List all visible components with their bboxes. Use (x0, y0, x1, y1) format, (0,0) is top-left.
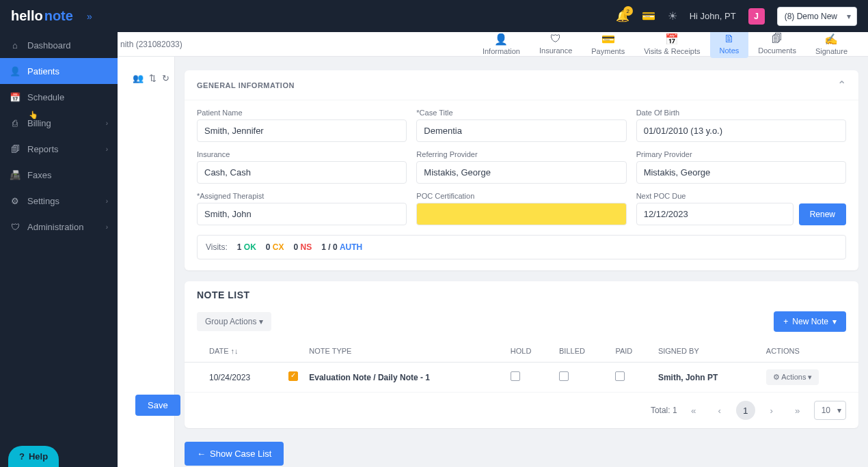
chevron-up-icon[interactable]: ⌃ (837, 79, 846, 91)
avatar[interactable]: J (748, 8, 765, 25)
home-icon: ⌂ (10, 40, 21, 51)
tab-visits[interactable]: 📅Visits & Receipts (634, 30, 709, 58)
tab-label: Information (483, 47, 520, 55)
breadcrumb: nith (231082033) (120, 40, 182, 49)
dob-field[interactable] (636, 119, 846, 142)
label-dob: Date Of Birth (636, 109, 846, 117)
paid-checkbox[interactable] (615, 371, 625, 381)
case-title-field[interactable] (416, 119, 626, 142)
sidebar-item-settings[interactable]: ⚙Settings› (0, 188, 118, 214)
refresh-icon[interactable]: ↻ (162, 73, 169, 83)
show-case-list-button[interactable]: ←Show Case List (185, 442, 284, 466)
group-actions-button[interactable]: Group Actions ▾ (197, 312, 271, 331)
greeting-text: Hi John, PT (690, 11, 736, 21)
user-icon: 👤 (10, 66, 21, 76)
patient-tabs: 👤Information 🛡Insurance 💳Payments 📅Visit… (473, 30, 857, 58)
main-area: GENERAL INFORMATION ⌃ Patient Name *Case… (118, 57, 868, 467)
sidebar-item-schedule[interactable]: 📅Schedule (0, 84, 118, 110)
sidebar-label: Patients (27, 66, 59, 76)
page-first-button[interactable]: « (684, 401, 703, 420)
signature-icon: ✍ (824, 33, 838, 46)
pagination: Total: 1 « ‹ 1 › » 10 (185, 393, 858, 428)
card-icon[interactable]: 💳 (642, 10, 655, 23)
col-billed[interactable]: BILLED (554, 340, 610, 363)
col-hold[interactable]: HOLD (505, 340, 554, 363)
general-information-card: GENERAL INFORMATION ⌃ Patient Name *Case… (185, 70, 858, 270)
visits-label: Visits: (206, 242, 228, 252)
label-case-title: *Case Title (416, 109, 626, 117)
page-next-button[interactable]: › (762, 401, 781, 420)
page-last-button[interactable]: » (788, 401, 807, 420)
tab-information[interactable]: 👤Information (473, 30, 530, 58)
cursor-icon: 👆 (29, 111, 38, 119)
sidebar-label: Reports (27, 144, 59, 154)
col-signed[interactable]: SIGNED BY (653, 340, 761, 363)
sidebar-label: Faxes (27, 170, 51, 180)
col-paid[interactable]: PAID (610, 340, 652, 363)
referring-provider-field[interactable] (416, 161, 626, 184)
visits-ok-count: 1 (237, 242, 242, 252)
col-date[interactable]: DATE ↑↓ (204, 340, 283, 363)
row-indicator-checkbox[interactable] (288, 371, 298, 381)
help-icon: ? (19, 451, 25, 462)
save-button[interactable]: Save (135, 395, 180, 416)
sidebar-item-dashboard[interactable]: ⌂Dashboard (0, 32, 118, 58)
theme-toggle-icon[interactable]: ☀ (668, 10, 677, 23)
plus-icon: + (783, 317, 788, 326)
tab-documents[interactable]: 🗐Documents (748, 30, 806, 58)
btn-label: Actions (781, 373, 806, 381)
renew-button[interactable]: Renew (799, 203, 846, 225)
add-user-icon[interactable]: 👥 (133, 73, 144, 83)
sidebar-item-faxes[interactable]: 📠Faxes (0, 162, 118, 188)
new-note-button[interactable]: +New Note ▾ (774, 311, 846, 332)
poc-certification-field[interactable] (416, 203, 626, 225)
tab-payments[interactable]: 💳Payments (582, 30, 634, 58)
expand-sidebar-icon[interactable]: » (87, 11, 92, 22)
col-actions[interactable]: ACTIONS (761, 340, 858, 363)
location-select[interactable]: (8) Demo New (777, 7, 857, 26)
help-button[interactable]: ?Help (8, 446, 59, 467)
insurance-field[interactable] (197, 161, 407, 184)
sidebar-label: Administration (27, 222, 83, 232)
tab-label: Insurance (539, 46, 572, 55)
bell-icon[interactable]: 🔔2 (616, 10, 629, 23)
card-title: GENERAL INFORMATION (197, 81, 295, 89)
sort-icon[interactable]: ⇅ (149, 73, 157, 83)
billed-checkbox[interactable] (559, 371, 569, 381)
col-type[interactable]: NOTE TYPE (303, 340, 505, 363)
row-actions-button[interactable]: ⚙ Actions ▾ (766, 369, 819, 385)
fax-icon: 📠 (10, 169, 21, 180)
page-number-button[interactable]: 1 (736, 401, 755, 420)
hold-checkbox[interactable] (511, 371, 520, 381)
page-prev-button[interactable]: ‹ (710, 401, 729, 420)
sidebar-item-administration[interactable]: 🛡Administration› (0, 214, 118, 240)
next-poc-due-field[interactable] (636, 203, 794, 225)
tab-insurance[interactable]: 🛡Insurance (530, 30, 582, 58)
panel-toolbar: 👥 ⇅ ↻ (133, 73, 169, 83)
sort-icon: ↑↓ (231, 347, 239, 355)
visits-auth-label: AUTH (340, 242, 362, 252)
visits-ns-count: 0 (294, 242, 299, 252)
assigned-therapist-field[interactable] (197, 203, 407, 225)
tab-label: Signature (815, 47, 847, 55)
tab-signature[interactable]: ✍Signature (806, 30, 857, 58)
sidebar: ⌂Dashboard 👤Patients 📅Schedule ⎙Billing›… (0, 32, 118, 467)
calendar-icon: 📅 (665, 33, 679, 46)
page-size-select[interactable]: 10 (814, 401, 846, 420)
billing-icon: ⎙ (10, 117, 21, 128)
table-row[interactable]: 10/24/2023 Evaluation Note / Daily Note … (185, 363, 858, 393)
tab-notes[interactable]: 🗎Notes (710, 30, 749, 58)
sidebar-item-patients[interactable]: 👤Patients (0, 58, 118, 84)
sidebar-item-reports[interactable]: 🗐Reports› (0, 136, 118, 162)
patient-name-field[interactable] (197, 119, 407, 142)
sidebar-label: Schedule (27, 92, 64, 102)
tab-label: Payments (591, 47, 625, 55)
label-referring: Referring Provider (416, 150, 626, 158)
tab-label: Visits & Receipts (644, 47, 700, 55)
chevron-right-icon: › (106, 197, 108, 205)
breadcrumb-bar: nith (231082033) 👤Information 🛡Insurance… (0, 32, 868, 57)
sidebar-item-billing[interactable]: ⎙Billing› (0, 110, 118, 136)
primary-provider-field[interactable] (636, 161, 846, 184)
notes-icon: 🗎 (724, 33, 735, 45)
gear-icon: ⚙ (773, 373, 780, 381)
